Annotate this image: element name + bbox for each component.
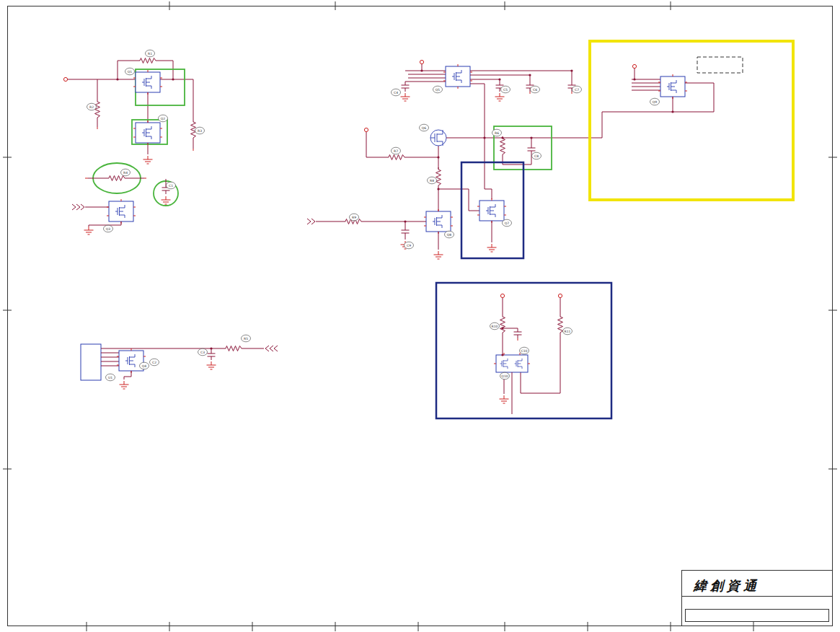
mosfet-component <box>477 198 506 223</box>
svg-text:R7: R7 <box>394 149 398 153</box>
svg-text:R10: R10 <box>492 325 498 328</box>
svg-text:C2: C2 <box>152 361 156 364</box>
mosfet-component <box>424 209 453 234</box>
svg-text:Q8: Q8 <box>447 233 452 237</box>
ref-designator: C3 <box>198 348 208 356</box>
svg-text:Q7: Q7 <box>505 221 510 225</box>
mosfet-component <box>107 199 136 224</box>
mosfet-component <box>117 348 146 373</box>
title-block: 緯創資通 <box>682 571 833 626</box>
svg-text:Q9: Q9 <box>653 100 658 104</box>
ground-symbol <box>120 381 129 389</box>
schematic-canvas: R1Q1R2Q2R3R4C1Q3U1Q4C2C3R5Q5C4C5C6C7Q6R6… <box>0 0 840 632</box>
resistor <box>558 315 563 335</box>
ref-designator: Q9 <box>650 98 660 105</box>
svg-text:Q6: Q6 <box>422 126 427 130</box>
ref-designator: R7 <box>392 147 401 154</box>
ref-designator: Q7 <box>503 219 512 227</box>
transistor-circle <box>430 130 446 146</box>
ref-designator: Q8 <box>445 231 454 238</box>
mosfet-component <box>443 64 472 89</box>
svg-text:R3: R3 <box>198 129 202 133</box>
power-terminal <box>500 294 504 297</box>
ref-designator: Q4 <box>140 362 149 369</box>
svg-text:R8: R8 <box>430 179 434 183</box>
highlight-yellow-box <box>590 41 793 200</box>
ref-designator: C10 <box>520 347 529 354</box>
input-port-chevrons <box>72 204 84 210</box>
highlight-yellow-region <box>590 41 793 200</box>
svg-text:R5: R5 <box>244 337 248 341</box>
ref-designator: Q6 <box>420 124 429 131</box>
ground-symbol <box>434 251 443 259</box>
capacitor <box>402 82 410 92</box>
ref-designator: Q1 <box>125 68 135 75</box>
connector-component <box>81 344 101 380</box>
capacitor <box>402 227 410 237</box>
ground-symbol <box>495 93 505 101</box>
svg-text:C7: C7 <box>575 88 579 92</box>
resistor <box>224 346 244 351</box>
ground-symbol <box>84 227 94 234</box>
svg-text:C1: C1 <box>169 184 173 188</box>
ref-designator: R4 <box>121 169 131 176</box>
ground-symbol <box>162 196 171 204</box>
svg-text:C5: C5 <box>503 88 508 92</box>
resistor <box>107 176 127 181</box>
output-port-chevrons <box>265 346 278 351</box>
svg-text:Q2: Q2 <box>161 117 166 120</box>
svg-text:R9: R9 <box>352 216 356 219</box>
svg-text:Q10: Q10 <box>501 374 508 378</box>
ref-designator: C5 <box>501 86 510 93</box>
dashed-note-box <box>697 57 743 73</box>
ground-symbol <box>401 93 410 101</box>
ref-designator: C8 <box>532 152 541 159</box>
power-terminal <box>420 60 423 63</box>
capacitor <box>514 328 522 338</box>
ref-designator: R11 <box>563 328 572 335</box>
ref-designator: C2 <box>150 359 159 366</box>
ref-designator: C1 <box>167 182 176 189</box>
circuit-block-top-middle <box>401 60 576 101</box>
svg-text:Q5: Q5 <box>436 88 441 92</box>
circuit-block-middle <box>307 84 602 259</box>
ground-symbol <box>143 156 153 164</box>
capacitor <box>208 350 216 360</box>
company-name: 緯創資通 <box>693 578 760 593</box>
ref-designator: R9 <box>350 214 359 221</box>
power-terminal <box>632 64 636 68</box>
svg-text:C3: C3 <box>200 351 205 354</box>
ref-designator: R6 <box>492 129 502 136</box>
ref-designator: R5 <box>242 335 251 342</box>
ref-designator: Q5 <box>433 86 443 93</box>
designator-layer: R1Q1R2Q2R3R4C1Q3U1Q4C2C3R5Q5C4C5C6C7Q6R6… <box>87 50 660 381</box>
sheet-border-frame <box>3 1 837 631</box>
ref-designator: R8 <box>428 177 437 184</box>
resistor <box>138 58 158 63</box>
ref-designator: Q2 <box>159 115 168 122</box>
circuit-block-top-left <box>63 58 195 235</box>
svg-text:C8: C8 <box>534 154 539 158</box>
svg-text:Q4: Q4 <box>142 364 147 368</box>
resistor <box>95 100 100 120</box>
svg-text:C6: C6 <box>533 88 537 92</box>
ref-designator: Q3 <box>104 225 113 232</box>
svg-text:Q1: Q1 <box>128 70 133 74</box>
ref-designator: C6 <box>531 86 540 93</box>
svg-text:R4: R4 <box>123 171 128 175</box>
power-terminal <box>364 128 368 131</box>
ref-designator: R1 <box>146 50 155 57</box>
power-terminal <box>558 294 562 297</box>
svg-text:C9: C9 <box>407 244 411 247</box>
ref-designator: C7 <box>572 86 582 93</box>
svg-text:U1: U1 <box>108 376 112 379</box>
mosfet-component <box>133 70 162 95</box>
svg-text:R2: R2 <box>89 105 94 109</box>
ref-designator: R3 <box>195 127 205 134</box>
ground-symbol <box>487 244 497 252</box>
svg-text:C4: C4 <box>394 91 398 95</box>
mosfet-component <box>658 74 687 99</box>
ref-designator: R10 <box>490 322 500 330</box>
power-terminal <box>63 77 67 81</box>
svg-text:R11: R11 <box>565 330 571 333</box>
